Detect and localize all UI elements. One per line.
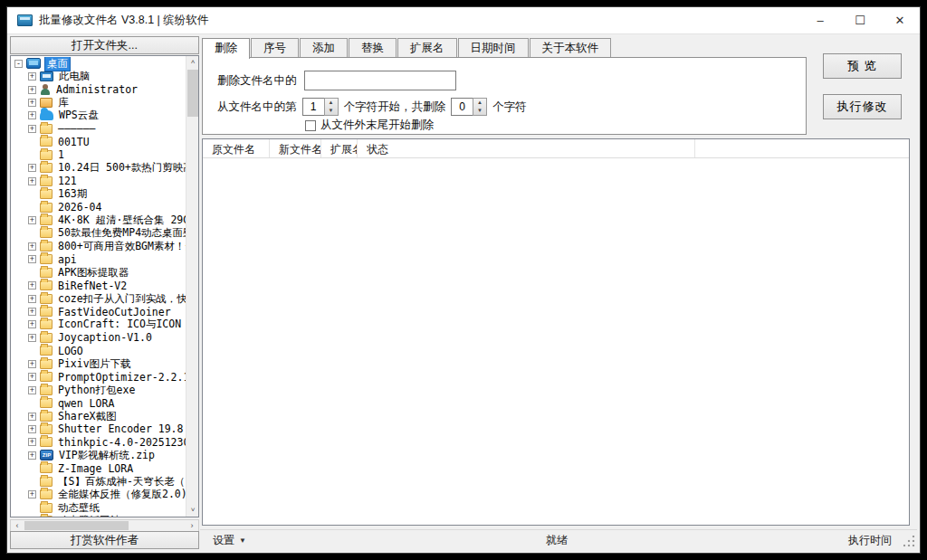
spinner-down-icon[interactable]: ▼ — [473, 107, 486, 115]
tree-item[interactable]: +Pixiv图片下载 — [11, 357, 186, 370]
tree-item-label[interactable]: Python打包exe — [56, 384, 137, 397]
spinner-down-icon[interactable]: ▼ — [325, 107, 338, 115]
tree-item-label[interactable]: 1 — [56, 148, 66, 161]
tree-item-label[interactable]: 50款最佳免费MP4动态桌面壁 — [56, 226, 186, 240]
tree-item-label[interactable]: 全能媒体反推（修复版2.0) — [56, 488, 186, 501]
tab-3[interactable]: 添加 — [300, 38, 348, 57]
spinner-up-icon[interactable]: ▲ — [473, 99, 486, 107]
tree-item-label[interactable]: 库 — [56, 96, 71, 109]
tree-item[interactable]: +coze扣子从入门到实战，快 — [11, 292, 186, 305]
tree-item-label[interactable]: 【S】百炼成神-天穹长老（ — [56, 475, 186, 489]
tab-5[interactable]: 扩展名 — [397, 38, 457, 57]
expand-icon[interactable]: + — [28, 99, 36, 107]
tree-item-label[interactable]: 10.24日 500+款热门剪映高级 — [56, 161, 186, 175]
tree-item[interactable]: +全能媒体反推（修复版2.0) — [11, 488, 186, 500]
tree-item[interactable]: +Administrator — [11, 83, 186, 96]
expand-icon[interactable]: + — [28, 125, 36, 133]
scroll-down-icon[interactable]: ˅ — [186, 504, 199, 517]
expand-icon[interactable]: + — [28, 320, 36, 328]
column-header-4[interactable]: 状态 — [358, 139, 695, 157]
column-header-2[interactable]: 新文件名 — [270, 139, 321, 157]
tree-item[interactable]: +Joycaption-V1.0 — [11, 331, 186, 344]
tree-item-label[interactable]: LOGO — [56, 345, 85, 357]
close-button[interactable]: ✕ — [880, 7, 920, 33]
tree-item-label[interactable]: 2026-04 — [56, 201, 103, 214]
tree-item[interactable]: +thinkpic-4.0-20251230 — [11, 436, 186, 449]
minimize-button[interactable]: – — [800, 7, 840, 33]
expand-icon[interactable]: + — [28, 111, 36, 119]
from-end-checkbox[interactable] — [305, 120, 316, 131]
tree-item[interactable]: +Z-Image LORA — [11, 462, 186, 475]
tree-item-label[interactable]: 001TU — [56, 136, 91, 148]
tree-item-label[interactable]: —————— — [56, 122, 98, 135]
expand-icon[interactable]: + — [28, 413, 36, 421]
tree-item-label[interactable]: coze扣子从入门到实战，快 — [56, 292, 186, 306]
expand-icon[interactable]: + — [28, 255, 36, 263]
title-bar[interactable]: 批量修改文件名 V3.8.1 | 缤纷软件 – ☐ ✕ — [7, 7, 920, 34]
tree-item-label[interactable]: 800+可商用音效BGM素材！全 — [56, 240, 186, 253]
tree-item[interactable]: +Shutter Encoder 19.8 Wind — [11, 422, 186, 435]
tree-item[interactable]: +api — [11, 253, 186, 266]
tree-horizontal-scrollbar[interactable]: ‹ › — [10, 519, 199, 532]
tree-item[interactable]: +FastVideoCutJoiner — [11, 305, 186, 318]
tree-item[interactable]: +LOGO — [11, 345, 186, 357]
expand-icon[interactable]: + — [28, 490, 36, 498]
expand-icon[interactable]: + — [28, 373, 36, 381]
tree-item-label[interactable]: 4K·8K 超清·壁纸合集 29G — [56, 214, 186, 227]
collapse-icon[interactable]: - — [14, 60, 23, 68]
donate-button[interactable]: 打赏软件作者 — [10, 531, 199, 549]
tree-item-label[interactable]: FastVideoCutJoiner — [56, 306, 173, 318]
tree-item-label[interactable]: 121 — [56, 175, 79, 187]
delete-count-input[interactable] — [451, 98, 473, 116]
vertical-scroll-thumb[interactable] — [187, 70, 198, 117]
tree-item[interactable]: +—————— — [11, 122, 186, 135]
tree-item[interactable]: +50款最佳免费MP4动态桌面壁 — [11, 227, 186, 240]
scroll-right-icon[interactable]: › — [186, 520, 198, 531]
expand-icon[interactable]: + — [28, 334, 36, 342]
tab-6[interactable]: 日期时间 — [458, 38, 529, 57]
tree-item[interactable]: +Python打包exe — [11, 384, 186, 396]
tree-item-label[interactable]: 此电脑 — [57, 70, 92, 83]
tree-item[interactable]: +ShareX截图 — [11, 410, 186, 422]
tree-item-label[interactable]: ShareX截图 — [56, 410, 119, 423]
expand-icon[interactable]: + — [28, 308, 36, 316]
expand-icon[interactable]: + — [28, 295, 36, 303]
column-header-1[interactable]: 原文件名 — [203, 139, 270, 157]
resize-grip[interactable] — [903, 536, 915, 547]
expand-icon[interactable]: + — [28, 386, 36, 394]
tree-item[interactable]: +PromptOptimizer-2.2.1-win — [11, 371, 186, 384]
scroll-up-icon[interactable]: ˄ — [186, 56, 199, 69]
column-header-3[interactable]: 扩展名 — [321, 139, 358, 157]
tree-item-label[interactable]: thinkpic-4.0-20251230 — [56, 436, 186, 449]
tree-item-label[interactable]: Administrator — [54, 83, 139, 96]
tab-7[interactable]: 关于本软件 — [530, 38, 612, 57]
tree-item[interactable]: +此电脑 — [11, 70, 186, 82]
tree-item[interactable]: +121 — [11, 175, 186, 187]
tree-item[interactable]: +库 — [11, 96, 186, 109]
start-char-input[interactable] — [302, 98, 324, 116]
tab-4[interactable]: 替换 — [349, 38, 397, 57]
expand-icon[interactable]: + — [28, 438, 36, 446]
tree-item[interactable]: +动态壁纸 — [11, 501, 186, 514]
spinner-up-icon[interactable]: ▲ — [325, 99, 338, 107]
tree-item[interactable]: +001TU — [11, 136, 186, 148]
maximize-button[interactable]: ☐ — [840, 7, 880, 33]
tree-item-label[interactable]: qwen LORA — [56, 397, 116, 410]
tree-item[interactable]: +WPS云盘 — [11, 109, 186, 122]
tree-item[interactable]: -桌面 — [11, 57, 186, 70]
expand-icon[interactable]: + — [28, 242, 36, 251]
tree-item[interactable]: +ZIPVIP影视解析统.zip — [11, 449, 186, 461]
tree-item[interactable]: +动态壁纸网站 — [11, 514, 186, 517]
expand-icon[interactable]: + — [28, 164, 36, 172]
expand-icon[interactable]: + — [28, 72, 36, 81]
settings-dropdown[interactable]: 设置 ▼ — [213, 533, 246, 548]
tree-item[interactable]: +IconCraft: ICO与ICON 制作 — [11, 318, 186, 331]
tree-item-label[interactable]: 163期 — [56, 187, 89, 201]
tree-vertical-scrollbar[interactable]: ˄ ˅ — [186, 56, 198, 517]
execute-button[interactable]: 执行修改 — [823, 94, 902, 119]
horizontal-scroll-thumb[interactable] — [24, 521, 129, 530]
tree-item-label[interactable]: Pixiv图片下载 — [56, 357, 133, 371]
tab-2[interactable]: 序号 — [251, 38, 299, 57]
tree-item[interactable]: +4K·8K 超清·壁纸合集 29G — [11, 214, 186, 226]
tree-item-label[interactable]: WPS云盘 — [57, 109, 100, 122]
